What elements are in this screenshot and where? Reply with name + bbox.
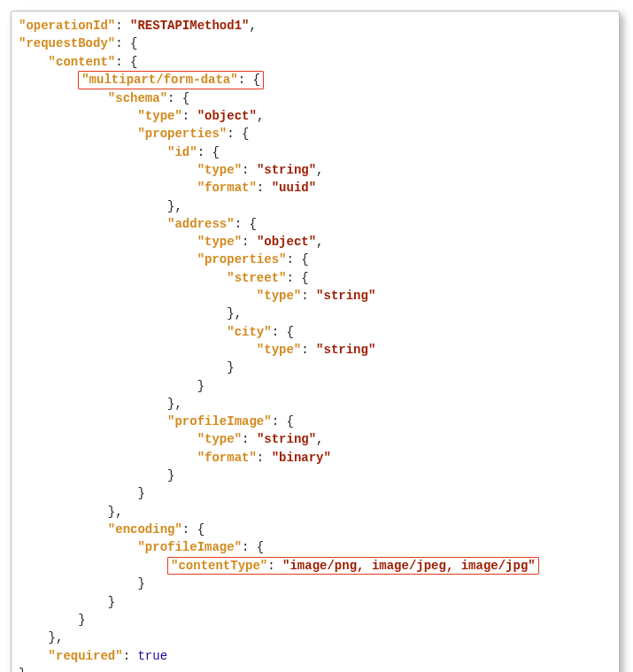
key-schema: "schema" [108, 91, 167, 105]
punct: : [182, 109, 197, 123]
key-city: "city" [227, 325, 271, 339]
key-type: "type" [197, 235, 242, 249]
punct: { [182, 91, 189, 105]
punct: : [242, 235, 257, 249]
punct: { [197, 522, 205, 537]
key-type: "type" [137, 109, 181, 123]
key-profileImage: "profileImage" [137, 540, 242, 554]
key-properties: "properties" [137, 127, 227, 141]
punct: : [301, 289, 316, 303]
key-type: "type" [197, 432, 242, 446]
val-format-uuid: "uuid" [272, 181, 316, 195]
punct: : [235, 217, 250, 231]
punct: : [267, 559, 282, 573]
punct: } [227, 360, 234, 375]
highlight-multipart: "multipart/form-data": { [78, 71, 264, 89]
code-block: "operationId": "RESTAPIMethod1", "reques… [11, 11, 620, 672]
punct: , [316, 163, 323, 177]
code-content: "operationId": "RESTAPIMethod1", "reques… [19, 17, 612, 672]
punct: } [137, 486, 144, 500]
punct: { [212, 145, 219, 159]
punct: : [242, 163, 257, 177]
punct: : [257, 451, 272, 465]
punct: : [257, 181, 272, 195]
punct: , [316, 432, 323, 446]
punct: : [301, 343, 316, 357]
key-content: "content" [49, 55, 116, 69]
key-multipart: "multipart/form-data" [81, 73, 237, 87]
punct: : [286, 271, 301, 285]
key-type: "type" [257, 289, 301, 303]
punct: } [137, 576, 144, 591]
key-properties: "properties" [197, 252, 287, 266]
val-type-string: "string" [257, 432, 316, 446]
punct: : [115, 19, 130, 33]
punct: : [272, 414, 287, 429]
punct: }, [167, 199, 182, 213]
punct: } [197, 379, 205, 393]
punct: { [249, 217, 256, 231]
key-profileImage: "profileImage" [167, 414, 272, 429]
punct: { [252, 73, 259, 87]
punct: } [167, 468, 174, 483]
punct: : [182, 522, 197, 537]
highlight-contentType: "contentType": "image/png, image/jpeg, i… [167, 557, 539, 575]
val-contentType: "image/png, image/jpeg, image/jpg" [282, 559, 536, 573]
punct: : [167, 91, 182, 105]
punct: : [242, 432, 257, 446]
punct: { [257, 540, 264, 554]
punct: : [242, 540, 257, 554]
punct: , [257, 109, 264, 123]
val-operationId: "RESTAPIMethod1" [130, 19, 249, 33]
punct: : [238, 73, 253, 87]
key-format: "format" [197, 181, 257, 195]
val-required: true [137, 649, 167, 663]
key-encoding: "encoding" [108, 522, 182, 537]
punct: , [249, 19, 256, 33]
val-type-string: "string" [257, 163, 316, 177]
punct: : [197, 145, 212, 159]
key-operationId: "operationId" [19, 19, 115, 33]
punct: { [301, 271, 308, 285]
punct: : [286, 252, 301, 266]
punct: }, [227, 306, 242, 321]
val-type-object: "object" [197, 109, 257, 123]
key-type: "type" [197, 163, 242, 177]
punct: { [242, 127, 249, 141]
key-address: "address" [167, 217, 235, 231]
punct: : [227, 127, 242, 141]
punct: } [108, 595, 115, 609]
val-type-object: "object" [257, 235, 316, 249]
punct: , [316, 235, 323, 249]
key-contentType: "contentType" [171, 559, 267, 573]
key-id: "id" [167, 145, 197, 159]
val-format-binary: "binary" [272, 451, 331, 465]
key-required: "required" [49, 649, 123, 663]
key-type: "type" [257, 343, 301, 357]
punct: }, [108, 505, 123, 519]
punct: }, [19, 667, 34, 672]
punct: { [301, 252, 308, 266]
punct: }, [49, 630, 64, 645]
val-type-string: "string" [316, 343, 375, 357]
punct: : [272, 325, 287, 339]
punct: : [123, 649, 138, 663]
punct: { [130, 55, 137, 69]
punct: } [78, 613, 85, 627]
punct: { [130, 36, 137, 50]
key-street: "street" [227, 271, 286, 285]
key-requestBody: "requestBody" [19, 36, 115, 50]
punct: { [286, 414, 293, 429]
punct: { [286, 325, 293, 339]
key-format: "format" [197, 451, 257, 465]
punct: : [115, 55, 130, 69]
punct: }, [167, 397, 182, 411]
punct: : [115, 36, 130, 50]
val-type-string: "string" [316, 289, 375, 303]
